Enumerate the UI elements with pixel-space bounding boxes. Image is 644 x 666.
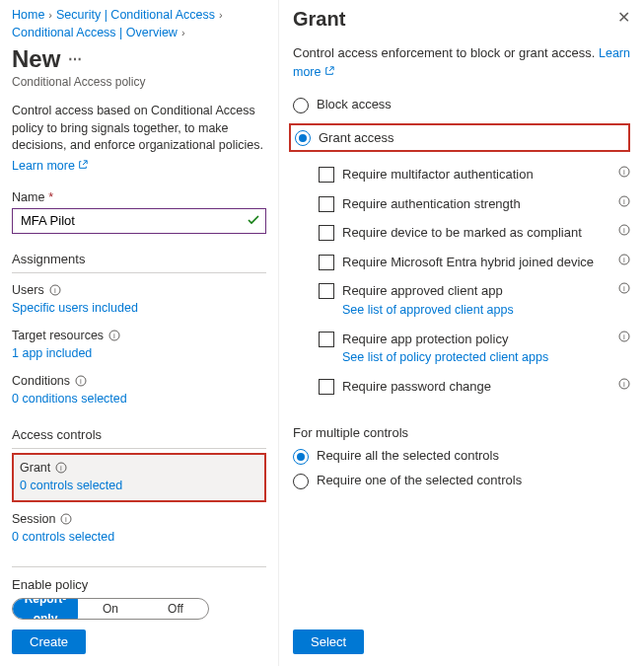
checkbox-sublink[interactable]: See list of approved client apps (342, 302, 610, 319)
checkbox-icon (319, 283, 334, 299)
info-icon[interactable]: i (618, 378, 630, 390)
enable-policy-label: Enable policy (12, 577, 266, 592)
checkbox-option-6[interactable]: Require password changei (319, 378, 630, 396)
info-icon[interactable]: i (618, 166, 630, 178)
checkbox-icon (319, 255, 334, 270)
breadcrumb-overview[interactable]: Conditional Access | Overview (12, 26, 178, 39)
more-icon[interactable]: ⋯ (68, 51, 82, 67)
page-subtitle: Conditional Access policy (12, 75, 266, 89)
info-icon: i (55, 462, 67, 474)
radio-icon (293, 449, 309, 465)
access-controls-header: Access controls (12, 427, 266, 449)
breadcrumb: Home › Security | Conditional Access › C… (12, 8, 266, 39)
checkbox-option-3[interactable]: Require Microsoft Entra hybrid joined de… (319, 254, 630, 271)
info-icon: i (60, 513, 72, 525)
svg-text:i: i (623, 197, 625, 206)
panel-title: Grant (293, 8, 345, 31)
svg-text:i: i (623, 380, 625, 389)
checkbox-option-4[interactable]: Require approved client appSee list of a… (319, 282, 630, 318)
target-value-link[interactable]: 1 app included (12, 346, 266, 360)
description-text: Control access based on Conditional Acce… (12, 103, 266, 155)
chevron-right-icon: › (48, 9, 52, 21)
checkbox-option-2[interactable]: Require device to be marked as compliant… (319, 224, 630, 242)
radio-icon (295, 130, 311, 146)
checkbox-option-0[interactable]: Require multifactor authenticationi (319, 166, 630, 184)
info-icon[interactable]: i (618, 195, 630, 207)
radio-grant-access-highlighted[interactable]: Grant access (289, 123, 630, 152)
svg-text:i: i (623, 226, 625, 235)
checkbox-label: Require app protection policySee list of… (342, 331, 610, 366)
grant-value-link[interactable]: 0 controls selected (20, 479, 258, 492)
info-icon: i (108, 330, 120, 341)
conditions-value-link[interactable]: 0 conditions selected (12, 392, 266, 406)
session-row[interactable]: Session i (12, 512, 266, 526)
external-link-icon (78, 159, 88, 169)
radio-icon (293, 474, 309, 489)
page-title: New ⋯ (12, 45, 266, 73)
toggle-on[interactable]: On (78, 599, 143, 619)
users-row[interactable]: Users i (12, 283, 266, 297)
svg-text:i: i (54, 286, 56, 295)
info-icon[interactable]: i (618, 254, 630, 265)
checkbox-icon (319, 167, 334, 183)
info-icon[interactable]: i (618, 224, 630, 236)
breadcrumb-security[interactable]: Security | Conditional Access (56, 8, 215, 22)
external-link-icon (324, 64, 334, 74)
checkbox-icon (319, 379, 334, 395)
conditions-row[interactable]: Conditions i (12, 374, 266, 388)
checkbox-label: Require device to be marked as compliant (342, 224, 610, 242)
checkbox-option-1[interactable]: Require authentication strengthi (319, 195, 630, 213)
grant-row-highlighted[interactable]: Grant i 0 controls selected (12, 453, 266, 502)
info-icon[interactable]: i (618, 331, 630, 342)
svg-text:i: i (60, 464, 62, 473)
checkmark-icon (247, 213, 260, 230)
info-icon: i (75, 375, 87, 387)
close-icon[interactable]: ✕ (617, 8, 630, 27)
svg-text:i: i (623, 256, 625, 264)
multiple-controls-header: For multiple controls (293, 425, 630, 440)
learn-more-link[interactable]: Learn more (12, 159, 266, 173)
assignments-header: Assignments (12, 252, 266, 273)
chevron-right-icon: › (219, 9, 223, 21)
radio-require-all[interactable]: Require all the selected controls (293, 448, 630, 465)
checkbox-label: Require authentication strength (342, 195, 610, 213)
checkbox-icon (319, 332, 334, 347)
checkbox-label: Require multifactor authentication (342, 166, 610, 184)
target-resources-row[interactable]: Target resources i (12, 329, 266, 342)
users-value-link[interactable]: Specific users included (12, 301, 266, 315)
radio-icon (293, 98, 309, 113)
checkbox-option-5[interactable]: Require app protection policySee list of… (319, 331, 630, 366)
info-icon: i (49, 284, 61, 296)
panel-description: Control access enforcement to block or g… (293, 44, 630, 81)
toggle-report-only[interactable]: Report-only (13, 598, 78, 620)
name-input[interactable] (12, 208, 266, 234)
checkbox-label: Require Microsoft Entra hybrid joined de… (342, 254, 610, 271)
session-value-link[interactable]: 0 controls selected (12, 530, 266, 544)
checkbox-label: Require approved client appSee list of a… (342, 282, 610, 318)
enable-policy-toggle[interactable]: Report-only On Off (12, 598, 209, 620)
breadcrumb-home[interactable]: Home (12, 8, 44, 22)
toggle-off[interactable]: Off (143, 599, 208, 619)
name-label: Name* (12, 190, 266, 204)
svg-text:i: i (80, 377, 82, 386)
create-button[interactable]: Create (12, 629, 86, 654)
chevron-right-icon: › (181, 27, 185, 38)
checkbox-icon (319, 196, 334, 212)
checkbox-label: Require password change (342, 378, 610, 396)
radio-require-one[interactable]: Require one of the selected controls (293, 473, 630, 489)
svg-text:i: i (623, 284, 625, 293)
radio-block-access[interactable]: Block access (293, 97, 630, 113)
svg-text:i: i (113, 332, 115, 340)
svg-text:i: i (623, 333, 625, 341)
svg-text:i: i (623, 168, 625, 177)
checkbox-sublink[interactable]: See list of policy protected client apps (342, 349, 610, 366)
select-button[interactable]: Select (293, 629, 364, 654)
svg-text:i: i (66, 515, 68, 524)
checkbox-icon (319, 225, 334, 241)
info-icon[interactable]: i (618, 282, 630, 294)
